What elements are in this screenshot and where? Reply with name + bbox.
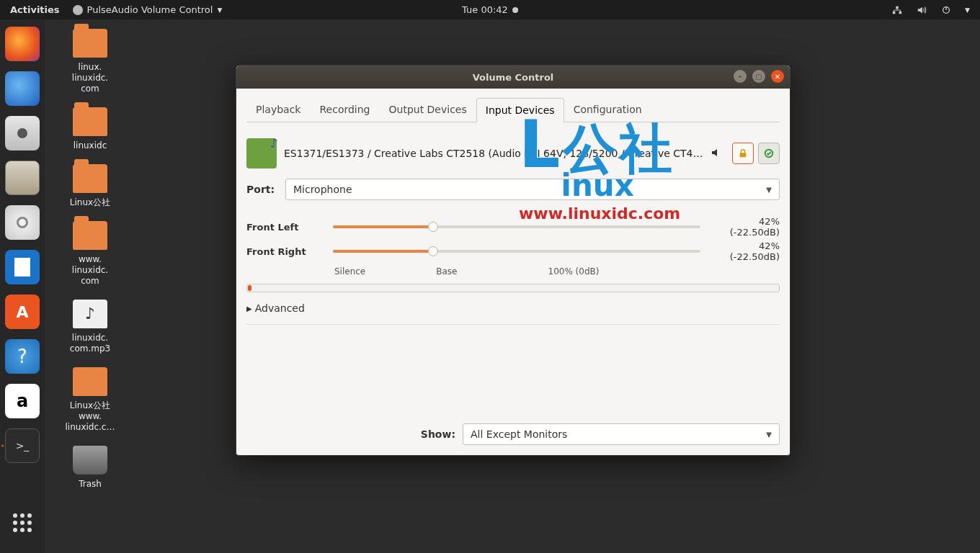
chevron-right-icon: ▶ — [246, 305, 252, 313]
desktop-icon-label: linuxidc — [74, 140, 107, 151]
channel-label: Front Left — [246, 222, 326, 233]
desktop-icon[interactable]: Trash — [50, 446, 130, 490]
dock-files[interactable] — [5, 161, 40, 195]
lock-channels-button[interactable] — [732, 143, 754, 164]
chevron-down-icon: ▼ — [965, 6, 970, 14]
window-title: Volume Control — [473, 72, 554, 83]
scale-silence: Silence — [334, 266, 365, 276]
dock-help[interactable]: ? — [5, 339, 40, 374]
tab-configuration[interactable]: Configuration — [564, 97, 651, 122]
channel-value: 42% (-22.50dB) — [708, 216, 780, 238]
svg-rect-2 — [896, 6, 899, 9]
scale-base: Base — [436, 266, 457, 276]
desktop-icon-label: linuxidc. com.mp3 — [70, 333, 110, 354]
port-select[interactable]: Microphone ▼ — [285, 179, 780, 200]
desktop-icon-label: www. linuxidc. com — [72, 254, 108, 287]
clock-text: Tue 00:42 — [462, 4, 508, 15]
channel-label: Front Right — [246, 246, 326, 257]
top-panel: Activities PulseAudio Volume Control ▼ T… — [0, 0, 980, 19]
folder-icon — [73, 29, 107, 58]
sound-card-icon — [246, 138, 277, 168]
desktop-icon-label: Linux公社 www. linuxidc.c… — [66, 400, 115, 433]
tab-input-devices[interactable]: Input Devices — [476, 98, 564, 122]
desktop-icon[interactable]: ♪linuxidc. com.mp3 — [50, 300, 130, 354]
dock-writer[interactable] — [5, 250, 40, 284]
launcher-dock: A ? a >_ — [0, 19, 45, 553]
window-minimize-button[interactable]: – — [734, 70, 747, 83]
svg-rect-1 — [899, 11, 902, 14]
power-icon — [940, 4, 952, 16]
mute-icon[interactable] — [710, 147, 725, 161]
chevron-down-icon: ▼ — [766, 186, 772, 194]
file-icon: ♪ — [73, 300, 107, 328]
set-default-button[interactable] — [758, 143, 780, 164]
volume-slider[interactable] — [333, 246, 700, 256]
dock-thunderbird[interactable] — [5, 71, 40, 106]
dock-apps-grid[interactable] — [5, 505, 40, 540]
tab-recording[interactable]: Recording — [310, 97, 379, 122]
window-close-button[interactable]: ✕ — [771, 70, 784, 83]
volume-icon — [916, 4, 927, 16]
chevron-down-icon: ▼ — [217, 6, 222, 14]
app-menu-label: PulseAudio Volume Control — [87, 4, 213, 15]
file-icon — [73, 367, 107, 396]
port-value: Microphone — [293, 184, 352, 195]
port-label: Port: — [246, 184, 278, 195]
tab-playback[interactable]: Playback — [246, 97, 310, 122]
dock-firefox[interactable] — [5, 27, 40, 61]
desktop-icon-label: linux. linuxidc. com — [72, 62, 108, 94]
network-icon — [891, 4, 903, 16]
advanced-label: Advanced — [255, 302, 305, 314]
volume-slider[interactable] — [333, 222, 700, 232]
desktop-icon[interactable]: linux. linuxidc. com — [50, 29, 130, 94]
clock[interactable]: Tue 00:42 — [462, 4, 518, 15]
channel-row: Front Left 42% (-22.50dB) — [246, 216, 780, 238]
device-name: ES1371/ES1373 / Creative Labs CT2518 (Au… — [284, 148, 703, 159]
tab-bar: PlaybackRecordingOutput DevicesInput Dev… — [246, 97, 780, 122]
folder-icon — [73, 107, 107, 136]
window-titlebar[interactable]: Volume Control – ▢ ✕ — [236, 66, 790, 89]
system-status-area[interactable]: ▼ — [881, 4, 980, 16]
tab-output-devices[interactable]: Output Devices — [380, 97, 476, 122]
window-maximize-button[interactable]: ▢ — [752, 70, 765, 83]
show-select[interactable]: All Except Monitors ▼ — [463, 423, 780, 445]
dock-camera[interactable] — [5, 116, 40, 150]
dock-software[interactable]: A — [5, 295, 40, 329]
slider-scale-labels: Silence Base 100% (0dB) — [246, 266, 780, 276]
app-icon — [73, 5, 83, 15]
volume-control-window: Volume Control – ▢ ✕ PlaybackRecordingOu… — [236, 65, 790, 456]
apps-grid-icon — [13, 513, 32, 532]
desktop: linux. linuxidc. comlinuxidcLinux公社www. … — [50, 29, 130, 503]
chevron-down-icon: ▼ — [766, 431, 772, 439]
app-menu[interactable]: PulseAudio Volume Control ▼ — [73, 4, 223, 15]
dock-rhythmbox[interactable] — [5, 205, 40, 240]
dock-amazon[interactable]: a — [5, 384, 40, 418]
show-label: Show: — [421, 428, 455, 440]
folder-icon — [73, 164, 107, 193]
folder-icon — [73, 221, 107, 250]
notification-dot-icon — [512, 7, 518, 13]
advanced-expander[interactable]: ▶ Advanced — [246, 302, 780, 314]
desktop-icon[interactable]: www. linuxidc. com — [50, 221, 130, 287]
vu-meter — [246, 284, 780, 292]
desktop-icon[interactable]: Linux公社 — [50, 164, 130, 208]
desktop-icon[interactable]: Linux公社 www. linuxidc.c… — [50, 367, 130, 433]
desktop-icon-label: Trash — [79, 479, 102, 490]
dock-terminal[interactable]: >_ — [5, 428, 40, 463]
channel-value: 42% (-22.50dB) — [708, 240, 780, 262]
channel-row: Front Right 42% (-22.50dB) — [246, 240, 780, 262]
activities-button[interactable]: Activities — [10, 4, 60, 15]
svg-rect-0 — [893, 11, 896, 14]
show-value: All Except Monitors — [471, 428, 567, 440]
trash-icon — [73, 446, 107, 475]
svg-rect-4 — [740, 153, 747, 157]
scale-hundred: 100% (0dB) — [548, 266, 600, 276]
desktop-icon-label: Linux公社 — [70, 197, 110, 208]
desktop-icon[interactable]: linuxidc — [50, 107, 130, 151]
